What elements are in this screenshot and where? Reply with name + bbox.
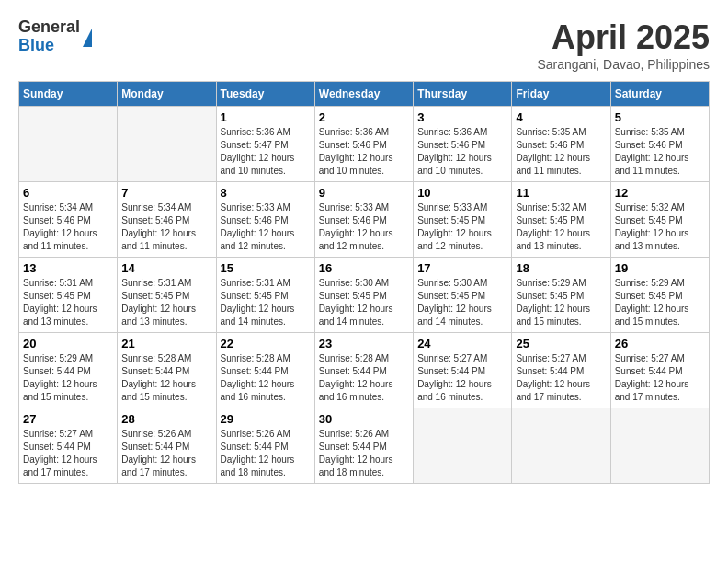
calendar-cell: 18Sunrise: 5:29 AM Sunset: 5:45 PM Dayli… [512, 258, 610, 333]
calendar-cell: 12Sunrise: 5:32 AM Sunset: 5:45 PM Dayli… [610, 182, 709, 258]
calendar-cell: 5Sunrise: 5:35 AM Sunset: 5:46 PM Daylig… [610, 107, 709, 182]
calendar-cell [19, 107, 118, 182]
day-number: 19 [615, 261, 705, 275]
day-info: Sunrise: 5:29 AM Sunset: 5:44 PM Dayligh… [23, 352, 113, 404]
day-number: 6 [23, 186, 113, 200]
logo-general-text: General [18, 18, 80, 37]
calendar-cell: 21Sunrise: 5:28 AM Sunset: 5:44 PM Dayli… [118, 333, 216, 408]
calendar-day-header: Monday [118, 82, 216, 107]
calendar-cell: 28Sunrise: 5:26 AM Sunset: 5:44 PM Dayli… [118, 408, 216, 484]
calendar-cell: 11Sunrise: 5:32 AM Sunset: 5:45 PM Dayli… [512, 182, 610, 258]
calendar-week-row: 13Sunrise: 5:31 AM Sunset: 5:45 PM Dayli… [19, 258, 710, 333]
day-info: Sunrise: 5:26 AM Sunset: 5:44 PM Dayligh… [121, 428, 211, 479]
calendar-cell: 25Sunrise: 5:27 AM Sunset: 5:44 PM Dayli… [512, 333, 610, 408]
day-number: 7 [121, 186, 211, 200]
day-number: 17 [417, 261, 507, 275]
day-info: Sunrise: 5:30 AM Sunset: 5:45 PM Dayligh… [417, 277, 507, 328]
day-number: 1 [221, 110, 311, 124]
day-number: 23 [319, 337, 409, 350]
day-info: Sunrise: 5:29 AM Sunset: 5:45 PM Dayligh… [516, 277, 606, 328]
page-header: General Blue April 2025 Sarangani, Davao… [18, 18, 710, 72]
calendar-cell: 19Sunrise: 5:29 AM Sunset: 5:45 PM Dayli… [610, 258, 709, 333]
day-number: 26 [615, 337, 705, 350]
day-info: Sunrise: 5:34 AM Sunset: 5:46 PM Dayligh… [23, 201, 113, 253]
day-number: 21 [121, 337, 211, 350]
day-info: Sunrise: 5:36 AM Sunset: 5:47 PM Dayligh… [221, 126, 311, 178]
calendar-day-header: Thursday [414, 82, 512, 107]
calendar-cell: 20Sunrise: 5:29 AM Sunset: 5:44 PM Dayli… [19, 333, 118, 408]
day-info: Sunrise: 5:27 AM Sunset: 5:44 PM Dayligh… [23, 428, 113, 479]
day-number: 28 [121, 412, 211, 426]
day-number: 2 [319, 110, 409, 124]
calendar-cell: 6Sunrise: 5:34 AM Sunset: 5:46 PM Daylig… [19, 182, 118, 258]
day-number: 10 [417, 186, 507, 200]
calendar-table: SundayMondayTuesdayWednesdayThursdayFrid… [18, 81, 710, 484]
day-info: Sunrise: 5:31 AM Sunset: 5:45 PM Dayligh… [121, 277, 211, 328]
day-number: 4 [516, 110, 606, 124]
day-info: Sunrise: 5:33 AM Sunset: 5:45 PM Dayligh… [417, 201, 507, 253]
calendar-cell: 7Sunrise: 5:34 AM Sunset: 5:46 PM Daylig… [118, 182, 216, 258]
day-number: 8 [221, 186, 311, 200]
calendar-cell: 3Sunrise: 5:36 AM Sunset: 5:46 PM Daylig… [414, 107, 512, 182]
month-year-title: April 2025 [537, 18, 710, 57]
calendar-day-header: Friday [512, 82, 610, 107]
day-info: Sunrise: 5:27 AM Sunset: 5:44 PM Dayligh… [516, 352, 606, 404]
calendar-week-row: 1Sunrise: 5:36 AM Sunset: 5:47 PM Daylig… [19, 107, 710, 182]
calendar-cell: 13Sunrise: 5:31 AM Sunset: 5:45 PM Dayli… [19, 258, 118, 333]
calendar-cell: 8Sunrise: 5:33 AM Sunset: 5:46 PM Daylig… [216, 182, 314, 258]
day-info: Sunrise: 5:30 AM Sunset: 5:45 PM Dayligh… [319, 277, 409, 328]
calendar-cell: 26Sunrise: 5:27 AM Sunset: 5:44 PM Dayli… [610, 333, 709, 408]
calendar-cell: 23Sunrise: 5:28 AM Sunset: 5:44 PM Dayli… [314, 333, 413, 408]
day-info: Sunrise: 5:32 AM Sunset: 5:45 PM Dayligh… [516, 201, 606, 253]
day-number: 12 [615, 186, 705, 200]
day-info: Sunrise: 5:29 AM Sunset: 5:45 PM Dayligh… [615, 277, 705, 328]
day-info: Sunrise: 5:31 AM Sunset: 5:45 PM Dayligh… [23, 277, 113, 328]
calendar-header-row: SundayMondayTuesdayWednesdayThursdayFrid… [19, 82, 710, 107]
location-subtitle: Sarangani, Davao, Philippines [537, 57, 710, 72]
day-info: Sunrise: 5:27 AM Sunset: 5:44 PM Dayligh… [417, 352, 507, 404]
calendar-cell [610, 408, 709, 484]
day-info: Sunrise: 5:28 AM Sunset: 5:44 PM Dayligh… [319, 352, 409, 404]
calendar-cell: 10Sunrise: 5:33 AM Sunset: 5:45 PM Dayli… [414, 182, 512, 258]
calendar-cell: 30Sunrise: 5:26 AM Sunset: 5:44 PM Dayli… [314, 408, 413, 484]
calendar-cell: 1Sunrise: 5:36 AM Sunset: 5:47 PM Daylig… [216, 107, 314, 182]
day-number: 14 [121, 261, 211, 275]
day-info: Sunrise: 5:28 AM Sunset: 5:44 PM Dayligh… [221, 352, 311, 404]
logo: General Blue [18, 18, 92, 55]
calendar-cell: 15Sunrise: 5:31 AM Sunset: 5:45 PM Dayli… [216, 258, 314, 333]
calendar-cell: 27Sunrise: 5:27 AM Sunset: 5:44 PM Dayli… [19, 408, 118, 484]
calendar-cell: 29Sunrise: 5:26 AM Sunset: 5:44 PM Dayli… [216, 408, 314, 484]
calendar-cell: 17Sunrise: 5:30 AM Sunset: 5:45 PM Dayli… [414, 258, 512, 333]
calendar-week-row: 27Sunrise: 5:27 AM Sunset: 5:44 PM Dayli… [19, 408, 710, 484]
calendar-day-header: Tuesday [216, 82, 314, 107]
day-info: Sunrise: 5:35 AM Sunset: 5:46 PM Dayligh… [615, 126, 705, 178]
day-number: 11 [516, 186, 606, 200]
day-number: 16 [319, 261, 409, 275]
calendar-day-header: Wednesday [314, 82, 413, 107]
day-info: Sunrise: 5:28 AM Sunset: 5:44 PM Dayligh… [121, 352, 211, 404]
calendar-week-row: 20Sunrise: 5:29 AM Sunset: 5:44 PM Dayli… [19, 333, 710, 408]
day-number: 27 [23, 412, 113, 426]
day-number: 30 [319, 412, 409, 426]
day-info: Sunrise: 5:34 AM Sunset: 5:46 PM Dayligh… [121, 201, 211, 253]
calendar-cell [414, 408, 512, 484]
day-info: Sunrise: 5:36 AM Sunset: 5:46 PM Dayligh… [417, 126, 507, 178]
calendar-cell: 14Sunrise: 5:31 AM Sunset: 5:45 PM Dayli… [118, 258, 216, 333]
day-info: Sunrise: 5:33 AM Sunset: 5:46 PM Dayligh… [221, 201, 311, 253]
day-info: Sunrise: 5:32 AM Sunset: 5:45 PM Dayligh… [615, 201, 705, 253]
day-info: Sunrise: 5:27 AM Sunset: 5:44 PM Dayligh… [615, 352, 705, 404]
day-info: Sunrise: 5:33 AM Sunset: 5:46 PM Dayligh… [319, 201, 409, 253]
day-number: 5 [615, 110, 705, 124]
day-number: 22 [221, 337, 311, 350]
day-number: 9 [319, 186, 409, 200]
calendar-week-row: 6Sunrise: 5:34 AM Sunset: 5:46 PM Daylig… [19, 182, 710, 258]
day-number: 15 [221, 261, 311, 275]
day-info: Sunrise: 5:35 AM Sunset: 5:46 PM Dayligh… [516, 126, 606, 178]
day-number: 20 [23, 337, 113, 350]
day-info: Sunrise: 5:26 AM Sunset: 5:44 PM Dayligh… [319, 428, 409, 479]
calendar-cell: 4Sunrise: 5:35 AM Sunset: 5:46 PM Daylig… [512, 107, 610, 182]
logo-blue-text: Blue [18, 37, 80, 55]
calendar-day-header: Saturday [610, 82, 709, 107]
calendar-cell: 2Sunrise: 5:36 AM Sunset: 5:46 PM Daylig… [314, 107, 413, 182]
calendar-cell: 16Sunrise: 5:30 AM Sunset: 5:45 PM Dayli… [314, 258, 413, 333]
